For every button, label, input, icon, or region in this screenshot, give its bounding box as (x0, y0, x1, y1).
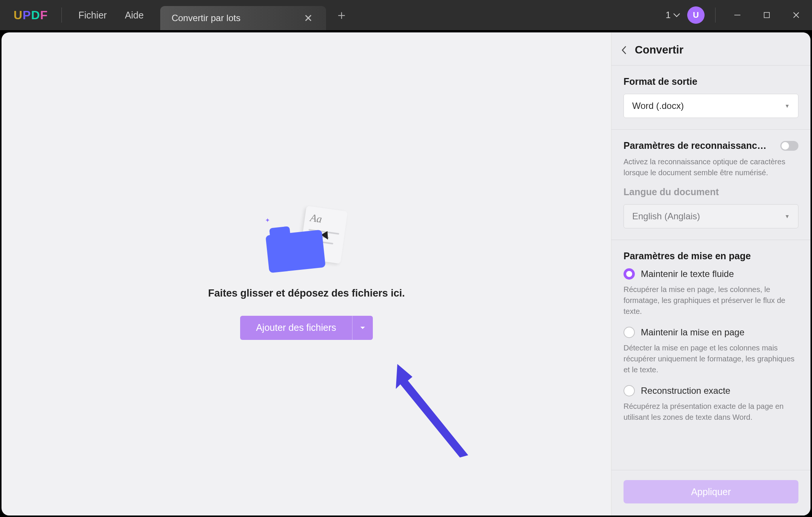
radio-icon[interactable] (624, 385, 635, 396)
output-format-label: Format de sortie (624, 76, 798, 87)
doc-language-label: Langue du document (624, 187, 798, 197)
convert-panel: Convertir Format de sortie Word (.docx) … (611, 32, 810, 515)
back-icon[interactable] (620, 45, 628, 55)
ocr-section: Paramètres de reconnaissance d… Activez … (611, 140, 810, 240)
add-files-dropdown[interactable] (352, 316, 373, 340)
user-avatar[interactable]: U (687, 6, 705, 24)
output-format-section: Format de sortie Word (.docx) ▼ (611, 76, 810, 130)
layout-opt3-desc: Récupérez la présentation exacte de la p… (624, 401, 798, 423)
add-files-button[interactable]: Ajouter des fichiers (240, 316, 373, 340)
panel-title: Convertir (635, 44, 683, 56)
layout-option-keep[interactable]: Maintenir la mise en page (624, 327, 798, 338)
tab-batch-convert[interactable]: Convertir par lots ✕ (160, 6, 326, 30)
drop-zone-text: Faites glisser et déposez des fichiers i… (208, 288, 405, 299)
window-count-value: 1 (666, 10, 671, 20)
drop-illustration: ✦ ✦ (261, 208, 352, 276)
titlebar: UPDF Fichier Aide Convertir par lots ✕ ＋… (0, 0, 812, 30)
doc-language-select: English (Anglais) ▼ (624, 204, 798, 228)
caret-down-icon: ▼ (784, 103, 790, 109)
radio-icon[interactable] (624, 268, 635, 280)
layout-opt3-label: Reconstruction exacte (641, 385, 730, 396)
close-tab-icon[interactable]: ✕ (302, 12, 315, 24)
output-format-select[interactable]: Word (.docx) ▼ (624, 94, 798, 118)
app-logo: UPDF (0, 8, 61, 22)
annotation-arrow-icon (390, 360, 476, 462)
layout-opt1-desc: Récupérer la mise en page, les colonnes,… (624, 284, 798, 317)
svg-rect-1 (764, 12, 769, 18)
menu-file[interactable]: Fichier (78, 10, 107, 21)
output-format-value: Word (.docx) (632, 101, 684, 111)
tab-label: Convertir par lots (172, 13, 241, 23)
ocr-hint: Activez la reconnaissance optique de car… (624, 156, 798, 178)
svg-marker-2 (396, 364, 468, 457)
layout-opt1-label: Maintenir le texte fluide (641, 269, 734, 279)
panel-header: Convertir (611, 44, 810, 66)
doc-language-value: English (Anglais) (632, 211, 700, 222)
ocr-toggle[interactable] (780, 141, 798, 151)
radio-icon[interactable] (624, 327, 635, 338)
minimize-button[interactable] (726, 4, 749, 26)
apply-button[interactable]: Appliquer (624, 480, 798, 503)
layout-opt2-label: Maintenir la mise en page (641, 327, 745, 338)
ocr-label: Paramètres de reconnaissance d… (624, 140, 767, 151)
menu-help[interactable]: Aide (125, 10, 144, 21)
layout-opt2-desc: Détecter la mise en page et les colonnes… (624, 343, 798, 375)
chevron-down-icon (673, 12, 680, 18)
drop-zone[interactable]: ✦ ✦ Faites glisser et déposez des fichie… (2, 32, 611, 515)
layout-option-flowing[interactable]: Maintenir le texte fluide (624, 268, 798, 280)
titlebar-right: 1 U (666, 0, 807, 30)
window-count-dropdown[interactable]: 1 (666, 10, 680, 20)
caret-down-icon: ▼ (784, 213, 790, 219)
layout-option-exact[interactable]: Reconstruction exacte (624, 385, 798, 396)
caret-down-icon (360, 326, 366, 330)
close-window-button[interactable] (785, 4, 807, 26)
main-menu: Fichier Aide (62, 10, 160, 21)
layout-section: Paramètres de mise en page Maintenir le … (611, 251, 810, 444)
layout-label: Paramètres de mise en page (624, 251, 798, 262)
add-tab-icon[interactable]: ＋ (326, 6, 357, 24)
apply-bar: Appliquer (611, 470, 810, 515)
content: ✦ ✦ Faites glisser et déposez des fichie… (0, 30, 812, 517)
add-files-label[interactable]: Ajouter des fichiers (240, 316, 352, 340)
maximize-button[interactable] (755, 4, 778, 26)
divider (715, 8, 715, 23)
